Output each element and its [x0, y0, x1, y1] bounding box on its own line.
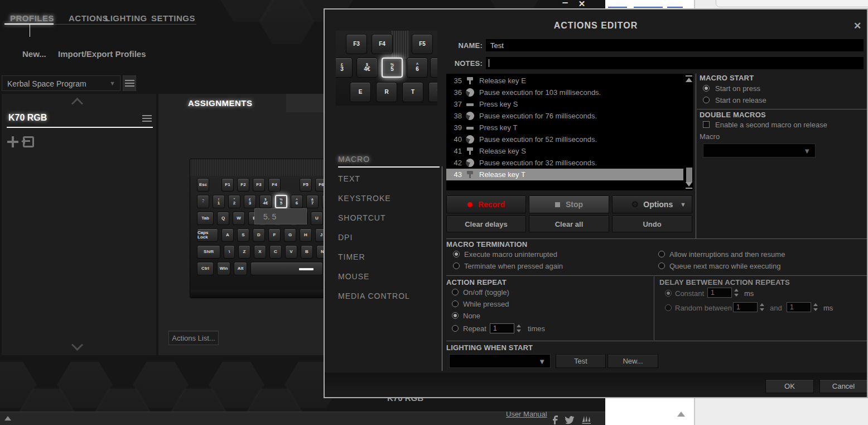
queue-next-macro-radio[interactable] [658, 262, 665, 269]
key-u[interactable]: U [311, 212, 323, 225]
nav-item-settings[interactable]: SETTINGS [151, 13, 195, 23]
repeat-count-stepper[interactable] [516, 323, 522, 333]
key-f3[interactable]: F3 [346, 34, 367, 54]
key-5[interactable]: %5 [382, 58, 403, 78]
key-f[interactable]: F [268, 228, 281, 242]
key-b[interactable]: B [301, 245, 313, 259]
device-panel-menu-icon[interactable] [142, 115, 152, 122]
macro-step-row[interactable]: 37Press key S [446, 98, 683, 110]
menu-item-keystroke[interactable]: KEYSTROKE [338, 194, 391, 203]
macro-step-row[interactable]: 36Pause execution for 103 milliseconds. [446, 87, 683, 98]
key-z[interactable]: Z [238, 245, 250, 259]
key-ctrl[interactable]: Ctrl [197, 262, 214, 275]
key-tab[interactable]: Tab [197, 212, 214, 225]
key-esc[interactable]: Esc [197, 178, 209, 192]
menu-item-dpi[interactable]: DPI [338, 233, 353, 242]
menu-item-macro[interactable]: MACRO [338, 155, 370, 164]
key-2[interactable]: "2 [228, 195, 240, 208]
key-f4[interactable]: F4 [372, 34, 393, 54]
key-f4[interactable]: F4 [268, 178, 281, 192]
facebook-icon[interactable] [551, 416, 559, 424]
cancel-button[interactable]: Cancel [819, 379, 867, 393]
macro-step-row[interactable]: 38Pause execution for 76 milliseconds. [446, 110, 683, 122]
macro-step-row[interactable]: 41Release key S [446, 145, 683, 157]
key-t[interactable]: T [402, 82, 423, 102]
user-manual-link[interactable]: User Manual [506, 410, 547, 418]
menu-item-timer[interactable]: TIMER [338, 252, 365, 261]
key-4€[interactable]: $4€ [259, 195, 272, 208]
key-alt[interactable]: Alt [234, 262, 247, 275]
macro-list-scrollbar[interactable] [685, 74, 693, 190]
key-f1[interactable]: F1 [221, 178, 234, 192]
actions-list-button[interactable]: Actions List... [168, 331, 219, 345]
key-x[interactable]: X [254, 245, 266, 259]
macro-step-row[interactable]: 40Pause execution for 52 milliseconds. [446, 133, 683, 145]
nav-item-profiles[interactable]: PROFILES [10, 13, 54, 23]
record-button[interactable]: Record [446, 195, 526, 213]
ok-button[interactable]: OK [765, 379, 814, 393]
key-s[interactable]: S [237, 228, 249, 242]
minimize-button[interactable]: – [559, 0, 571, 7]
import-icon[interactable] [23, 136, 34, 147]
start-on-press-radio[interactable] [703, 85, 710, 92]
notes-input[interactable] [486, 57, 864, 69]
terminate-pressed-again-radio[interactable] [453, 262, 460, 269]
stop-button[interactable]: Stop [529, 195, 609, 213]
none-radio[interactable] [452, 312, 459, 319]
expand-up-icon[interactable] [4, 416, 11, 421]
tab-assignments[interactable]: ASSIGNMENTS [188, 98, 253, 108]
name-input[interactable]: Test [486, 39, 864, 51]
key-q[interactable]: Q [217, 212, 229, 225]
menu-item-mouse[interactable]: MOUSE [338, 272, 369, 281]
macro-select[interactable]: ▼ [703, 144, 816, 157]
new-profile-button[interactable]: New... [22, 49, 46, 59]
key-5[interactable]: %5 [275, 195, 287, 208]
undo-button[interactable]: Undo [612, 216, 692, 232]
scrollbar-thumb[interactable] [686, 168, 692, 182]
scroll-up-chevron[interactable] [71, 98, 83, 109]
key-6[interactable]: ^6 [407, 58, 428, 78]
profile-menu-button[interactable] [123, 75, 136, 91]
lighting-select[interactable]: ▼ [449, 354, 551, 368]
second-macro-checkbox[interactable] [703, 121, 710, 128]
key-caps-lock[interactable]: Caps Lock [197, 228, 218, 242]
close-icon[interactable]: ✕ [853, 20, 861, 32]
start-on-release-radio[interactable] [703, 97, 710, 103]
key-d[interactable]: D [253, 228, 265, 242]
repeat-count-input[interactable]: 1 [490, 323, 514, 333]
execute-uninterrupted-radio[interactable] [453, 251, 460, 257]
key-w[interactable]: W [233, 212, 245, 225]
macro-step-row[interactable]: 35Release key E [446, 75, 683, 87]
key-v[interactable]: V [285, 245, 297, 259]
key-7[interactable]: &7 [306, 195, 319, 208]
scroll-to-top-icon[interactable] [686, 75, 692, 82]
clear-all-button[interactable]: Clear all [529, 216, 609, 232]
key-a[interactable]: A [221, 228, 234, 242]
key-f5[interactable]: F5 [412, 34, 433, 54]
key-c[interactable]: C [269, 245, 282, 259]
random-min-stepper[interactable] [759, 302, 765, 312]
key-3[interactable]: £3 [336, 58, 353, 78]
allow-interruptions-radio[interactable] [658, 251, 665, 257]
key-1[interactable]: !1 [213, 195, 225, 208]
key-shift[interactable]: Shift [197, 245, 220, 259]
key-4€[interactable]: $4€ [356, 58, 378, 78]
profile-select[interactable]: Kerbal Space Program ▼ [2, 75, 120, 91]
key-space[interactable] [250, 262, 323, 275]
key-win[interactable]: Win [217, 262, 230, 275]
macro-step-row[interactable]: 39Press key T [446, 122, 683, 133]
repeat-radio[interactable] [452, 325, 459, 332]
random-max-input[interactable]: 1 [787, 302, 811, 312]
corsair-icon[interactable] [581, 415, 591, 424]
options-button[interactable]: ⚙ Options ▼ [612, 195, 692, 213]
twitter-icon[interactable] [565, 416, 575, 424]
key-g[interactable]: G [284, 228, 296, 242]
nav-item-actions[interactable]: ACTIONS [69, 13, 108, 23]
key-f5[interactable]: F5 [300, 178, 312, 192]
nav-item-lighting[interactable]: LIGHTING [105, 13, 147, 23]
key-\[interactable]: \ [224, 245, 235, 259]
random-max-stepper[interactable] [813, 302, 818, 312]
key-`[interactable]: ¬` [197, 195, 209, 208]
menu-item-text[interactable]: TEXT [338, 174, 360, 183]
constant-delay-radio[interactable] [665, 290, 672, 297]
